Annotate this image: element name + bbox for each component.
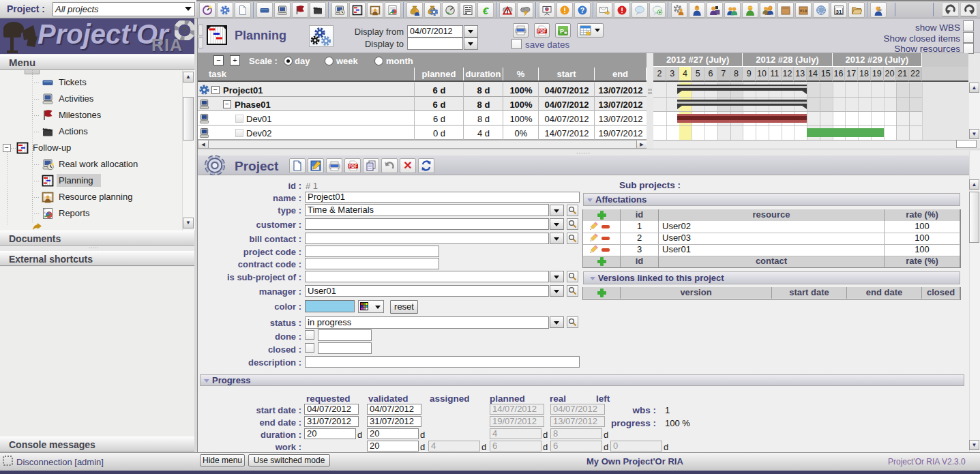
svg-text:?: ? [181, 25, 188, 36]
svg-text:31: 31 [836, 9, 842, 15]
svg-text:€: € [483, 5, 489, 16]
svg-text:PDF: PDF [537, 29, 546, 33]
svg-text:PDF: PDF [348, 164, 357, 168]
svg-text:?: ? [580, 6, 584, 14]
svg-text:V1.0: V1.0 [800, 9, 807, 13]
svg-text:P: P [560, 28, 564, 35]
